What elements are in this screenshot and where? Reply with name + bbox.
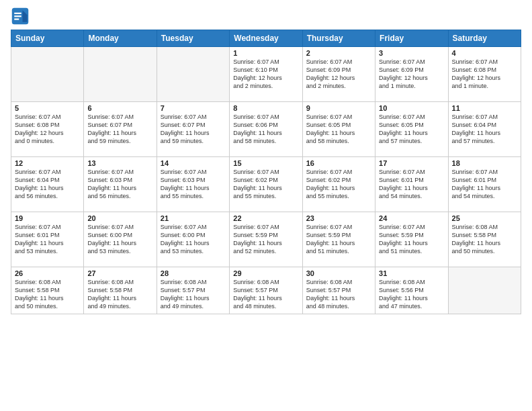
day-info: Sunrise: 6:08 AMSunset: 5:57 PMDaylight:… [233, 278, 298, 311]
calendar-cell: 5Sunrise: 6:07 AMSunset: 6:08 PMDaylight… [11, 102, 84, 157]
day-info: Sunrise: 6:07 AMSunset: 6:04 PMDaylight:… [452, 113, 517, 146]
day-number: 5 [15, 104, 80, 112]
day-info: Sunrise: 6:07 AMSunset: 6:03 PMDaylight:… [87, 168, 152, 201]
calendar-cell: 17Sunrise: 6:07 AMSunset: 6:01 PMDayligh… [375, 157, 448, 212]
calendar-cell: 13Sunrise: 6:07 AMSunset: 6:03 PMDayligh… [84, 157, 157, 212]
day-number: 6 [87, 104, 152, 112]
day-info: Sunrise: 6:07 AMSunset: 6:05 PMDaylight:… [306, 113, 371, 146]
day-info: Sunrise: 6:07 AMSunset: 6:07 PMDaylight:… [87, 113, 152, 146]
calendar-cell: 15Sunrise: 6:07 AMSunset: 6:02 PMDayligh… [230, 157, 302, 212]
weekday-tuesday: Tuesday [157, 30, 229, 47]
calendar-cell: 26Sunrise: 6:08 AMSunset: 5:58 PMDayligh… [11, 267, 84, 314]
week-row-1: 1Sunrise: 6:07 AMSunset: 6:10 PMDaylight… [11, 47, 521, 102]
day-info: Sunrise: 6:07 AMSunset: 6:00 PMDaylight:… [161, 223, 226, 256]
weekday-monday: Monday [84, 30, 157, 47]
calendar-cell: 7Sunrise: 6:07 AMSunset: 6:07 PMDaylight… [157, 102, 229, 157]
calendar-cell [84, 47, 157, 102]
day-info: Sunrise: 6:07 AMSunset: 6:02 PMDaylight:… [306, 168, 371, 201]
svg-rect-3 [14, 15, 21, 17]
day-number: 15 [233, 159, 298, 167]
day-number: 20 [87, 214, 152, 222]
calendar-cell: 27Sunrise: 6:08 AMSunset: 5:58 PMDayligh… [84, 267, 157, 314]
calendar-cell: 28Sunrise: 6:08 AMSunset: 5:57 PMDayligh… [157, 267, 229, 314]
day-number: 24 [379, 214, 444, 222]
day-number: 17 [379, 159, 444, 167]
calendar-cell: 30Sunrise: 6:08 AMSunset: 5:57 PMDayligh… [302, 267, 375, 314]
page: SundayMondayTuesdayWednesdayThursdayFrid… [0, 0, 532, 411]
day-number: 21 [161, 214, 226, 222]
day-number: 7 [161, 104, 226, 112]
calendar-cell: 23Sunrise: 6:07 AMSunset: 5:59 PMDayligh… [302, 212, 375, 267]
calendar-cell: 8Sunrise: 6:07 AMSunset: 6:06 PMDaylight… [230, 102, 302, 157]
weekday-saturday: Saturday [448, 30, 521, 47]
calendar-cell: 24Sunrise: 6:07 AMSunset: 5:59 PMDayligh… [375, 212, 448, 267]
weekday-header-row: SundayMondayTuesdayWednesdayThursdayFrid… [11, 30, 521, 47]
day-number: 16 [306, 159, 371, 167]
weekday-friday: Friday [375, 30, 448, 47]
calendar-cell: 1Sunrise: 6:07 AMSunset: 6:10 PMDaylight… [230, 47, 302, 102]
calendar-cell: 16Sunrise: 6:07 AMSunset: 6:02 PMDayligh… [302, 157, 375, 212]
day-number: 9 [306, 104, 371, 112]
day-info: Sunrise: 6:07 AMSunset: 5:59 PMDaylight:… [233, 223, 298, 256]
calendar-cell [11, 47, 84, 102]
weekday-thursday: Thursday [302, 30, 375, 47]
day-number: 3 [379, 49, 444, 57]
day-info: Sunrise: 6:07 AMSunset: 6:09 PMDaylight:… [379, 58, 444, 91]
day-number: 22 [233, 214, 298, 222]
calendar-cell: 19Sunrise: 6:07 AMSunset: 6:01 PMDayligh… [11, 212, 84, 267]
day-number: 27 [87, 269, 152, 277]
calendar-cell: 2Sunrise: 6:07 AMSunset: 6:09 PMDaylight… [302, 47, 375, 102]
day-number: 8 [233, 104, 298, 112]
calendar-cell: 14Sunrise: 6:07 AMSunset: 6:03 PMDayligh… [157, 157, 229, 212]
calendar-cell: 12Sunrise: 6:07 AMSunset: 6:04 PMDayligh… [11, 157, 84, 212]
calendar-cell [448, 267, 521, 314]
calendar-cell: 10Sunrise: 6:07 AMSunset: 6:05 PMDayligh… [375, 102, 448, 157]
day-info: Sunrise: 6:08 AMSunset: 5:58 PMDaylight:… [15, 278, 80, 311]
day-info: Sunrise: 6:08 AMSunset: 5:58 PMDaylight:… [87, 278, 152, 311]
day-info: Sunrise: 6:07 AMSunset: 6:01 PMDaylight:… [379, 168, 444, 201]
day-number: 29 [233, 269, 298, 277]
day-info: Sunrise: 6:07 AMSunset: 6:01 PMDaylight:… [15, 223, 80, 256]
day-info: Sunrise: 6:07 AMSunset: 5:59 PMDaylight:… [379, 223, 444, 256]
day-info: Sunrise: 6:07 AMSunset: 6:05 PMDaylight:… [379, 113, 444, 146]
day-info: Sunrise: 6:08 AMSunset: 5:56 PMDaylight:… [379, 278, 444, 311]
day-number: 2 [306, 49, 371, 57]
calendar-cell: 25Sunrise: 6:08 AMSunset: 5:58 PMDayligh… [448, 212, 521, 267]
day-info: Sunrise: 6:07 AMSunset: 6:07 PMDaylight:… [161, 113, 226, 146]
day-info: Sunrise: 6:07 AMSunset: 5:59 PMDaylight:… [306, 223, 371, 256]
logo-icon [11, 7, 30, 26]
calendar-cell: 31Sunrise: 6:08 AMSunset: 5:56 PMDayligh… [375, 267, 448, 314]
calendar-cell: 22Sunrise: 6:07 AMSunset: 5:59 PMDayligh… [230, 212, 302, 267]
calendar-cell [157, 47, 229, 102]
calendar-cell: 21Sunrise: 6:07 AMSunset: 6:00 PMDayligh… [157, 212, 229, 267]
week-row-4: 19Sunrise: 6:07 AMSunset: 6:01 PMDayligh… [11, 212, 521, 267]
logo [11, 7, 32, 26]
calendar-cell: 3Sunrise: 6:07 AMSunset: 6:09 PMDaylight… [375, 47, 448, 102]
svg-rect-2 [14, 13, 21, 14]
day-info: Sunrise: 6:07 AMSunset: 6:09 PMDaylight:… [306, 58, 371, 91]
week-row-2: 5Sunrise: 6:07 AMSunset: 6:08 PMDaylight… [11, 102, 521, 157]
calendar-cell: 9Sunrise: 6:07 AMSunset: 6:05 PMDaylight… [302, 102, 375, 157]
day-info: Sunrise: 6:07 AMSunset: 6:06 PMDaylight:… [233, 113, 298, 146]
day-number: 30 [306, 269, 371, 277]
day-number: 14 [161, 159, 226, 167]
day-number: 18 [452, 159, 517, 167]
day-info: Sunrise: 6:08 AMSunset: 5:57 PMDaylight:… [306, 278, 371, 311]
calendar-cell: 20Sunrise: 6:07 AMSunset: 6:00 PMDayligh… [84, 212, 157, 267]
day-number: 23 [306, 214, 371, 222]
day-info: Sunrise: 6:08 AMSunset: 5:58 PMDaylight:… [452, 223, 517, 256]
calendar-cell: 18Sunrise: 6:07 AMSunset: 6:01 PMDayligh… [448, 157, 521, 212]
day-number: 25 [452, 214, 517, 222]
day-number: 28 [161, 269, 226, 277]
calendar-cell: 4Sunrise: 6:07 AMSunset: 6:08 PMDaylight… [448, 47, 521, 102]
day-info: Sunrise: 6:07 AMSunset: 6:08 PMDaylight:… [452, 58, 517, 91]
weekday-sunday: Sunday [11, 30, 84, 47]
day-info: Sunrise: 6:08 AMSunset: 5:57 PMDaylight:… [161, 278, 226, 311]
header [11, 7, 521, 26]
day-number: 11 [452, 104, 517, 112]
day-number: 26 [15, 269, 80, 277]
day-number: 4 [452, 49, 517, 57]
calendar-cell: 11Sunrise: 6:07 AMSunset: 6:04 PMDayligh… [448, 102, 521, 157]
weekday-wednesday: Wednesday [230, 30, 302, 47]
day-info: Sunrise: 6:07 AMSunset: 6:08 PMDaylight:… [15, 113, 80, 146]
